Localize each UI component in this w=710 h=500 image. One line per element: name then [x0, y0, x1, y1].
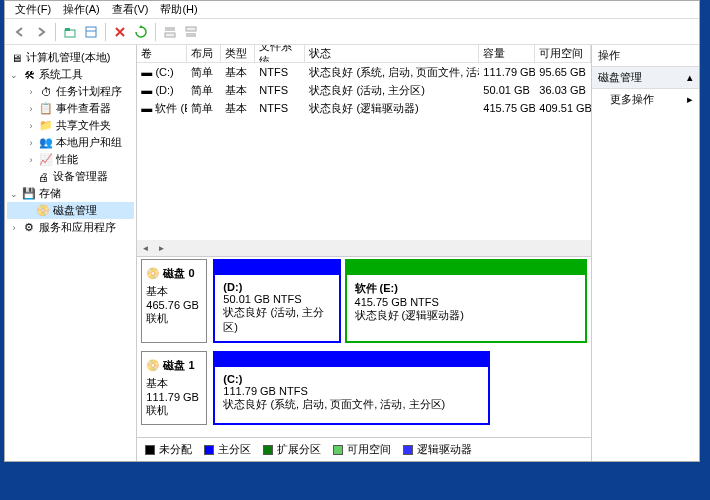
col-status[interactable]: 状态	[305, 45, 479, 62]
tree-services[interactable]: ›⚙服务和应用程序	[7, 219, 134, 236]
expander-icon[interactable]: ›	[26, 87, 36, 97]
tree-diskmgmt[interactable]: 📀磁盘管理	[7, 202, 134, 219]
toolbar	[5, 19, 699, 45]
disk-label[interactable]: 📀磁盘 0 基本465.76 GB联机	[141, 259, 207, 343]
swatch-free	[333, 445, 343, 455]
menubar: 文件(F) 操作(A) 查看(V) 帮助(H)	[5, 1, 699, 19]
tools-icon: 🛠	[22, 68, 36, 82]
disk-row-0: 📀磁盘 0 基本465.76 GB联机 (D:)50.01 GB NTFS状态良…	[141, 259, 587, 343]
grid-header[interactable]: 卷 布局 类型 文件系统 状态 容量 可用空间	[137, 45, 591, 63]
actions-category[interactable]: 磁盘管理▴	[592, 67, 699, 89]
menu-action[interactable]: 操作(A)	[59, 2, 104, 17]
folder-icon: 📁	[39, 119, 53, 133]
tree-root[interactable]: 🖥计算机管理(本地)	[7, 49, 134, 66]
svg-rect-6	[186, 27, 196, 31]
volume-icon: ▬	[141, 66, 152, 78]
view-button[interactable]	[82, 23, 100, 41]
tree-devmgr[interactable]: 🖨设备管理器	[7, 168, 134, 185]
storage-icon: 💾	[22, 187, 36, 201]
nav-tree[interactable]: 🖥计算机管理(本地) ⌄🛠系统工具 ›⏱任务计划程序 ›📋事件查看器 ›📁共享文…	[5, 45, 137, 461]
back-button[interactable]	[11, 23, 29, 41]
col-layout[interactable]: 布局	[187, 45, 221, 62]
actions-title: 操作	[592, 45, 699, 67]
swatch-unalloc	[145, 445, 155, 455]
up-button[interactable]	[61, 23, 79, 41]
center-pane: 卷 布局 类型 文件系统 状态 容量 可用空间 ▬ (C:)简单基本NTFS状态…	[137, 45, 592, 461]
list-bottom-icon[interactable]	[182, 23, 200, 41]
disk-panel: 📀磁盘 0 基本465.76 GB联机 (D:)50.01 GB NTFS状态良…	[137, 257, 591, 437]
menu-file[interactable]: 文件(F)	[11, 2, 55, 17]
menu-help[interactable]: 帮助(H)	[156, 2, 201, 17]
chevron-right-icon: ▸	[687, 93, 693, 106]
h-scrollbar[interactable]	[137, 240, 591, 256]
event-icon: 📋	[39, 102, 53, 116]
tree-systools[interactable]: ⌄🛠系统工具	[7, 66, 134, 83]
disk-label[interactable]: 📀磁盘 1 基本111.79 GB联机	[141, 351, 207, 425]
perf-icon: 📈	[39, 153, 53, 167]
expander-icon[interactable]: ›	[26, 104, 36, 114]
grid-row[interactable]: ▬ (C:)简单基本NTFS状态良好 (系统, 启动, 页面文件, 活动, 主分…	[137, 63, 591, 81]
expander-icon[interactable]: ›	[9, 223, 19, 233]
volume-icon: ▬	[141, 102, 152, 114]
col-free[interactable]: 可用空间	[535, 45, 591, 62]
disk-icon: 📀	[146, 267, 160, 280]
tree-perf[interactable]: ›📈性能	[7, 151, 134, 168]
main-area: 🖥计算机管理(本地) ⌄🛠系统工具 ›⏱任务计划程序 ›📋事件查看器 ›📁共享文…	[5, 45, 699, 461]
actions-more[interactable]: 更多操作▸	[592, 89, 699, 110]
expander-icon[interactable]: ›	[26, 155, 36, 165]
tree-shared[interactable]: ›📁共享文件夹	[7, 117, 134, 134]
expander-icon[interactable]: ›	[26, 121, 36, 131]
list-top-icon[interactable]	[161, 23, 179, 41]
tree-storage[interactable]: ⌄💾存储	[7, 185, 134, 202]
expander-icon[interactable]: ⌄	[9, 70, 19, 80]
grid-row[interactable]: ▬ 软件 (E:)简单基本NTFS状态良好 (逻辑驱动器)415.75 GB40…	[137, 99, 591, 117]
svg-rect-2	[86, 27, 96, 37]
legend: 未分配 主分区 扩展分区 可用空间 逻辑驱动器	[137, 437, 591, 461]
svg-rect-7	[186, 33, 196, 37]
clock-icon: ⏱	[39, 85, 53, 99]
partition-d[interactable]: (D:)50.01 GB NTFS状态良好 (活动, 主分区)	[213, 259, 340, 343]
partition-e[interactable]: 软件 (E:)415.75 GB NTFS状态良好 (逻辑驱动器)	[345, 259, 588, 343]
disk-icon: 📀	[146, 359, 160, 372]
col-fs[interactable]: 文件系统	[255, 45, 305, 62]
computer-icon: 🖥	[9, 51, 23, 65]
partition-c[interactable]: (C:)111.79 GB NTFS状态良好 (系统, 启动, 页面文件, 活动…	[213, 351, 490, 425]
grid-row[interactable]: ▬ (D:)简单基本NTFS状态良好 (活动, 主分区)50.01 GB36.0…	[137, 81, 591, 99]
partition-bar	[215, 353, 488, 367]
col-vol[interactable]: 卷	[137, 45, 187, 62]
swatch-extended	[263, 445, 273, 455]
volume-icon: ▬	[141, 84, 152, 96]
mmc-window: 文件(F) 操作(A) 查看(V) 帮助(H) 🖥计算机管理(本地) ⌄🛠系统工…	[4, 0, 700, 462]
tree-event[interactable]: ›📋事件查看器	[7, 100, 134, 117]
expander-icon[interactable]: ›	[26, 138, 36, 148]
partition-bar	[347, 261, 586, 275]
users-icon: 👥	[39, 136, 53, 150]
device-icon: 🖨	[36, 170, 50, 184]
collapse-icon: ▴	[687, 71, 693, 84]
svg-rect-5	[165, 33, 175, 37]
svg-rect-1	[65, 28, 70, 31]
svg-rect-0	[65, 30, 75, 37]
swatch-logical	[403, 445, 413, 455]
refresh-button[interactable]	[132, 23, 150, 41]
col-cap[interactable]: 容量	[479, 45, 535, 62]
disk-icon: 📀	[36, 204, 50, 218]
col-type[interactable]: 类型	[221, 45, 255, 62]
volume-grid[interactable]: 卷 布局 类型 文件系统 状态 容量 可用空间 ▬ (C:)简单基本NTFS状态…	[137, 45, 591, 257]
menu-view[interactable]: 查看(V)	[108, 2, 153, 17]
forward-button[interactable]	[32, 23, 50, 41]
partition-bar	[215, 261, 338, 275]
tree-task[interactable]: ›⏱任务计划程序	[7, 83, 134, 100]
swatch-primary	[204, 445, 214, 455]
disk-row-1: 📀磁盘 1 基本111.79 GB联机 (C:)111.79 GB NTFS状态…	[141, 351, 587, 425]
actions-pane: 操作 磁盘管理▴ 更多操作▸	[592, 45, 699, 461]
delete-button[interactable]	[111, 23, 129, 41]
expander-icon[interactable]: ⌄	[9, 189, 19, 199]
services-icon: ⚙	[22, 221, 36, 235]
tree-users[interactable]: ›👥本地用户和组	[7, 134, 134, 151]
svg-rect-4	[165, 27, 175, 31]
